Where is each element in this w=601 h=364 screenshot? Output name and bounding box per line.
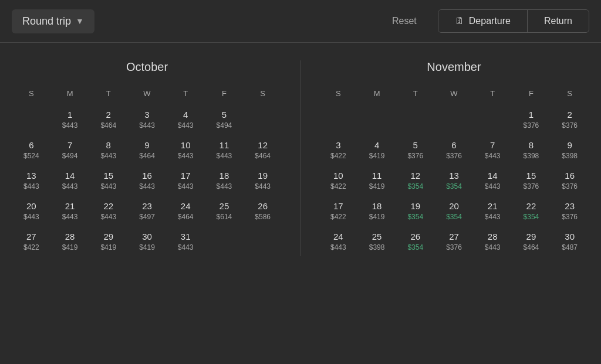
- day-cell[interactable]: 23$497: [128, 196, 167, 226]
- day-cell[interactable]: 1$376: [512, 105, 551, 134]
- day-cell[interactable]: 20$354: [435, 196, 474, 226]
- day-cell[interactable]: 19$443: [244, 166, 282, 195]
- day-price: $422: [322, 213, 356, 221]
- october-calendar: October SMTWTFS1$4432$4643$4434$4435$494…: [12, 60, 282, 256]
- day-cell[interactable]: 26$586: [244, 196, 282, 226]
- day-cell[interactable]: 15$376: [512, 166, 551, 195]
- day-price: $443: [130, 121, 164, 130]
- day-cell[interactable]: 6$524: [12, 135, 51, 165]
- day-cell[interactable]: 22$443: [89, 196, 128, 226]
- day-cell[interactable]: 28$419: [50, 227, 89, 256]
- day-cell[interactable]: 30$487: [551, 227, 589, 256]
- day-cell[interactable]: 23$376: [551, 196, 589, 226]
- day-cell[interactable]: 29$464: [512, 227, 551, 256]
- day-cell[interactable]: 5$494: [205, 105, 244, 134]
- trip-type-button[interactable]: Round trip ▼: [12, 9, 94, 33]
- day-price: $443: [15, 213, 49, 221]
- return-tab[interactable]: Return: [528, 10, 589, 32]
- day-price: $443: [475, 213, 509, 221]
- day-cell[interactable]: 8$443: [89, 135, 128, 165]
- day-number: 10: [322, 171, 356, 181]
- day-cell[interactable]: 12$354: [396, 166, 435, 195]
- day-cell[interactable]: 21$443: [473, 196, 512, 226]
- day-price: $354: [437, 213, 471, 221]
- day-number: 2: [92, 110, 126, 120]
- day-cell[interactable]: 6$376: [435, 135, 474, 165]
- day-cell[interactable]: 25$614: [205, 196, 244, 226]
- day-cell[interactable]: 29$419: [89, 227, 128, 256]
- day-cell[interactable]: 16$376: [551, 166, 589, 195]
- day-cell[interactable]: 30$419: [128, 227, 167, 256]
- day-cell[interactable]: 1$443: [50, 105, 89, 134]
- day-cell[interactable]: 11$443: [205, 135, 244, 165]
- day-cell[interactable]: 4$419: [357, 135, 396, 165]
- day-cell[interactable]: 4$443: [166, 105, 205, 134]
- day-cell[interactable]: 17$443: [166, 166, 205, 195]
- day-cell: [396, 105, 435, 134]
- day-cell[interactable]: 14$443: [473, 166, 512, 195]
- day-cell[interactable]: 27$422: [12, 227, 51, 256]
- day-price: $419: [360, 152, 394, 160]
- day-number: 3: [130, 110, 164, 120]
- day-price: $354: [399, 243, 433, 251]
- day-price: $376: [553, 121, 587, 130]
- day-cell[interactable]: 5$376: [396, 135, 435, 165]
- day-number: 20: [437, 201, 471, 212]
- day-cell[interactable]: 18$443: [205, 166, 244, 195]
- day-cell[interactable]: 17$422: [319, 196, 358, 226]
- day-price: $376: [437, 152, 471, 160]
- reset-button[interactable]: Reset: [383, 11, 426, 31]
- day-cell[interactable]: 7$494: [50, 135, 89, 165]
- day-cell[interactable]: 2$464: [89, 105, 128, 134]
- day-cell[interactable]: 18$419: [357, 196, 396, 226]
- day-cell: [435, 105, 474, 134]
- day-cell[interactable]: 9$398: [551, 135, 589, 165]
- day-cell[interactable]: 16$443: [128, 166, 167, 195]
- day-cell[interactable]: 26$354: [396, 227, 435, 256]
- day-cell[interactable]: 24$464: [166, 196, 205, 226]
- return-tab-label: Return: [544, 16, 572, 26]
- day-cell[interactable]: 10$443: [166, 135, 205, 165]
- day-cell[interactable]: 10$422: [319, 166, 358, 195]
- day-number: 18: [360, 201, 394, 212]
- day-cell[interactable]: 12$464: [244, 135, 282, 165]
- day-cell[interactable]: 3$443: [128, 105, 167, 134]
- day-cell[interactable]: 28$443: [473, 227, 512, 256]
- day-price: $376: [437, 243, 471, 251]
- day-price: $494: [53, 152, 87, 160]
- day-cell[interactable]: 14$443: [50, 166, 89, 195]
- day-cell[interactable]: 7$443: [473, 135, 512, 165]
- day-cell[interactable]: 2$376: [551, 105, 589, 134]
- day-number: 2: [553, 110, 587, 120]
- day-cell[interactable]: 19$354: [396, 196, 435, 226]
- day-cell[interactable]: 11$419: [357, 166, 396, 195]
- day-number: 17: [168, 171, 202, 181]
- day-number: 30: [553, 232, 587, 242]
- day-cell[interactable]: 24$443: [319, 227, 358, 256]
- day-number: 1: [53, 110, 87, 120]
- day-cell[interactable]: 3$422: [319, 135, 358, 165]
- day-price: $443: [92, 182, 126, 190]
- day-number: 3: [322, 140, 356, 151]
- day-price: $464: [514, 243, 548, 251]
- day-cell[interactable]: 9$464: [128, 135, 167, 165]
- day-cell[interactable]: 25$398: [357, 227, 396, 256]
- day-number: 5: [207, 110, 241, 120]
- day-price: $443: [168, 182, 202, 190]
- day-cell[interactable]: 27$376: [435, 227, 474, 256]
- day-cell[interactable]: 8$398: [512, 135, 551, 165]
- day-cell[interactable]: 22$354: [512, 196, 551, 226]
- day-number: 21: [53, 201, 87, 212]
- day-cell[interactable]: 31$443: [166, 227, 205, 256]
- day-price: $443: [475, 152, 509, 160]
- day-cell[interactable]: 21$443: [50, 196, 89, 226]
- day-cell[interactable]: 15$443: [89, 166, 128, 195]
- day-price: $487: [553, 243, 587, 251]
- day-cell[interactable]: 13$354: [435, 166, 474, 195]
- day-price: $524: [15, 152, 49, 160]
- day-cell[interactable]: 13$443: [12, 166, 51, 195]
- day-cell[interactable]: 20$443: [12, 196, 51, 226]
- day-number: 27: [437, 232, 471, 242]
- departure-tab[interactable]: 🗓 Departure: [438, 10, 528, 32]
- day-number: 28: [475, 232, 509, 242]
